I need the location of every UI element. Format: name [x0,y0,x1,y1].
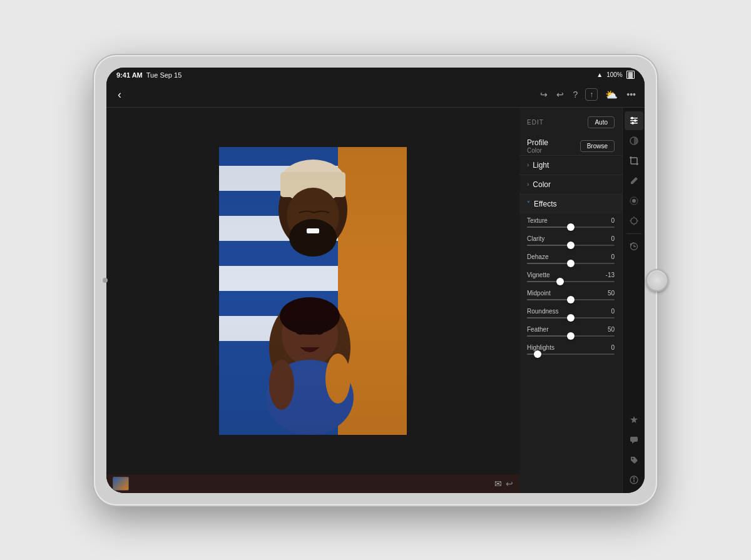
slider-feather: Feather 50 [519,323,622,342]
browse-button[interactable]: Browse [580,140,615,152]
effects-label: Effects [534,200,556,208]
slider-dehaze: Dehaze 0 [519,251,622,269]
dehaze-label: Dehaze [527,253,548,260]
status-time: 9:41 AM [116,71,143,79]
tag-icon[interactable] [625,451,643,469]
vignette-track[interactable] [527,281,615,282]
profile-subtitle: Color [527,147,548,154]
highlights-label: Highlights [527,344,554,351]
crop-icon[interactable] [625,151,643,170]
svg-marker-42 [630,416,638,423]
svg-point-27 [631,121,634,124]
app-bar: ‹ ↪ ↩ ? ↑ ⛅ ••• [106,83,645,108]
feather-value: 50 [608,326,615,333]
filmstrip: ✉ ↩ [106,474,519,493]
slider-texture: Texture 0 [519,215,622,233]
thumbnail-item[interactable] [113,477,129,491]
history-icon[interactable] [625,237,643,256]
profile-title: Profile [527,138,548,147]
vignette-value: -13 [606,272,615,278]
svg-point-45 [631,457,633,459]
svg-point-25 [631,116,633,119]
share-button[interactable]: ↑ [585,88,598,101]
home-button[interactable] [646,269,668,292]
brush-icon[interactable] [625,171,643,190]
svg-rect-43 [630,437,638,442]
star-icon[interactable] [625,410,643,429]
status-right: ▲ 100% ▓ [596,71,635,79]
camera-dot [103,278,108,283]
slider-roundness: Roundness 0 [519,305,622,323]
photo-area: ✉ ↩ [106,108,519,493]
clarity-value: 0 [611,235,615,242]
photo-image [219,147,407,435]
roundness-value: 0 [611,308,615,315]
sidebar-divider [626,233,641,234]
app-bar-left: ‹ [114,86,125,104]
svg-rect-21 [219,147,407,435]
svg-point-48 [633,477,635,479]
roundness-label: Roundness [527,308,559,315]
clarity-track[interactable] [527,245,615,246]
app-screen: 9:41 AM Tue Sep 15 ▲ 100% ▓ ‹ ↪ ↩ ? [106,68,645,493]
help-button[interactable]: ? [571,88,579,101]
filmstrip-undo-icon[interactable]: ↩ [506,479,513,489]
midpoint-track[interactable] [527,299,615,300]
ipad-screen: 9:41 AM Tue Sep 15 ▲ 100% ▓ ‹ ↪ ↩ ? [106,68,645,493]
color-arrow: › [527,181,529,188]
texture-value: 0 [611,217,615,224]
slider-highlights: Highlights 0 [519,342,622,360]
feather-label: Feather [527,326,548,333]
vignette-label: Vignette [527,272,550,278]
slider-vignette: Vignette -13 [519,269,622,287]
main-area: ✉ ↩ EDIT Auto [106,108,645,493]
cloud-button[interactable]: ⛅ [604,88,619,102]
info-icon[interactable] [625,471,643,489]
svg-point-36 [631,218,637,224]
dehaze-value: 0 [611,253,615,260]
redo-button[interactable]: ↪ [539,88,549,101]
undo-button[interactable]: ↩ [555,88,565,101]
wifi-icon: ▲ [596,71,603,78]
slider-clarity: Clarity 0 [519,233,622,251]
app-bar-right: ↪ ↩ ? ↑ ⛅ ••• [539,88,637,102]
status-date: Tue Sep 15 [146,71,181,79]
section-light[interactable]: › Light [519,155,622,175]
color-label: Color [533,180,551,189]
right-panel: EDIT Auto Profile Color Browse [519,108,645,493]
filmstrip-icons: ✉ ↩ [494,479,513,489]
chat-icon[interactable] [625,430,643,449]
sliders-icon[interactable] [625,111,643,130]
more-button[interactable]: ••• [625,88,637,101]
svg-point-26 [634,119,636,121]
dehaze-track[interactable] [527,263,615,264]
photo-container [106,108,519,474]
midpoint-value: 50 [608,290,615,297]
highlights-value: 0 [611,344,615,351]
texture-label: Texture [527,217,548,224]
effects-icon[interactable] [625,191,643,210]
section-color[interactable]: › Color [519,175,622,194]
highlights-track[interactable] [527,354,615,355]
mask-icon[interactable] [625,131,643,150]
message-icon[interactable]: ✉ [494,479,502,489]
light-arrow: › [527,161,529,168]
texture-track[interactable] [527,227,615,228]
edit-label: EDIT [527,119,544,126]
light-label: Light [533,161,549,170]
effects-arrow: ˅ [527,200,530,207]
auto-button[interactable]: Auto [588,116,615,128]
selective-icon[interactable] [625,211,643,230]
battery-icon: ▓ [626,71,635,79]
back-button[interactable]: ‹ [114,86,125,104]
panel-header: EDIT Auto [519,113,622,132]
feather-track[interactable] [527,335,615,337]
section-effects[interactable]: ˅ Effects [519,194,622,213]
battery-label: 100% [606,71,623,78]
profile-row: Profile Color Browse [519,135,622,155]
svg-rect-29 [631,158,637,164]
clarity-label: Clarity [527,235,544,242]
roundness-track[interactable] [527,317,615,318]
midpoint-label: Midpoint [527,290,551,297]
ipad-frame: 9:41 AM Tue Sep 15 ▲ 100% ▓ ‹ ↪ ↩ ? [94,55,657,506]
